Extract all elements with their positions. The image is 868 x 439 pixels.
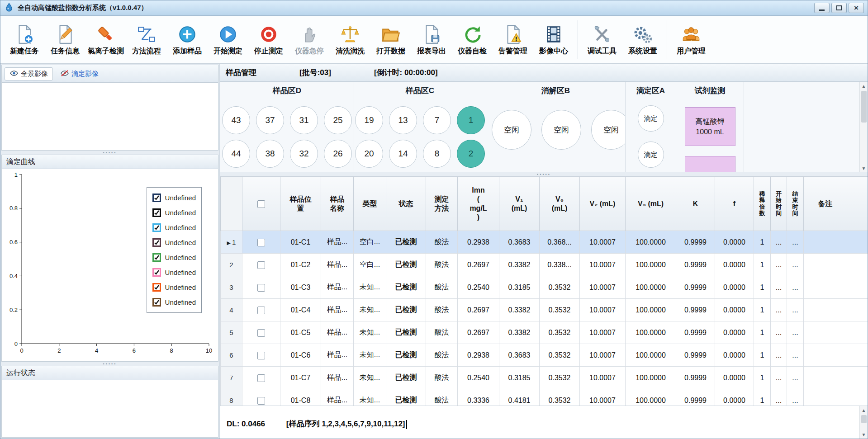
sample-position-43[interactable]: 43: [222, 106, 250, 134]
column-header-pos[interactable]: 样品位 置: [280, 177, 321, 231]
sample-position-14[interactable]: 14: [389, 140, 417, 168]
dl-text-area[interactable]: DL: 0.0466 [样品序列 1,2,3,4,5,6,7,9,10,11,1…: [220, 406, 859, 439]
sample-position-32[interactable]: 32: [290, 140, 318, 168]
column-header-k[interactable]: K: [676, 177, 715, 231]
row-indicator[interactable]: 3: [221, 276, 242, 299]
digestion-slot[interactable]: 空闲: [591, 110, 626, 150]
column-header-imn[interactable]: Imn ( mg/L ): [458, 177, 499, 231]
row-indicator[interactable]: 8: [221, 389, 242, 406]
scroll-down-button[interactable]: ▼: [860, 164, 868, 172]
table-row[interactable]: ▶101-C1样品...空白...已检测酸法0.29380.36830.368.…: [221, 231, 868, 254]
app-icon[interactable]: [4, 2, 14, 14]
legend-checkbox[interactable]: [152, 298, 161, 307]
reagent-box[interactable]: 高锰酸钾1000 mL: [685, 107, 735, 146]
legend-checkbox[interactable]: [152, 268, 161, 277]
minimize-button[interactable]: [814, 3, 830, 13]
legend-checkbox[interactable]: [152, 283, 161, 292]
row-checkbox[interactable]: [257, 374, 265, 382]
table-row[interactable]: 401-C4样品...未知...已检测酸法0.26970.33820.35321…: [221, 299, 868, 321]
toolbar-button-clean-rinse[interactable]: 清洗润洗: [330, 19, 370, 61]
row-checkbox[interactable]: [257, 397, 265, 405]
digestion-slot[interactable]: 空闲: [492, 110, 531, 150]
tab-panorama-image[interactable]: 全景影像: [5, 67, 53, 80]
legend-checkbox[interactable]: [152, 208, 161, 217]
column-header-type[interactable]: 类型: [354, 177, 386, 231]
row-indicator[interactable]: 4: [221, 299, 242, 321]
legend-checkbox[interactable]: [152, 223, 161, 232]
column-header-v0[interactable]: V₀ (mL): [540, 177, 580, 231]
digestion-slot[interactable]: 空闲: [541, 110, 581, 150]
toolbar-button-start-measure[interactable]: 开始测定: [208, 19, 248, 61]
scrollbar-thumb[interactable]: [861, 415, 867, 423]
select-all-header[interactable]: [242, 177, 280, 231]
sample-position-31[interactable]: 31: [290, 106, 318, 134]
sample-position-7[interactable]: 7: [423, 106, 451, 134]
table-row[interactable]: 801-C8样品...未知...已检测酸法0.33360.41810.35321…: [221, 389, 868, 406]
sample-position-2[interactable]: 2: [457, 140, 485, 168]
toolbar-button-new-task[interactable]: 新建任务: [4, 19, 45, 61]
toolbar-button-self-check[interactable]: 仪器自检: [452, 19, 493, 61]
row-indicator[interactable]: 7: [221, 367, 242, 389]
row-indicator[interactable]: 5: [221, 321, 242, 344]
scroll-up-button[interactable]: ▲: [860, 82, 868, 90]
toolbar-button-stop-measure[interactable]: 停止测定: [248, 19, 289, 61]
column-header-status[interactable]: 状态: [386, 177, 426, 231]
sample-position-8[interactable]: 8: [423, 140, 451, 168]
column-header-dilution[interactable]: 稀 释 倍 数: [754, 177, 771, 231]
sample-position-38[interactable]: 38: [256, 140, 284, 168]
column-header-method[interactable]: 测定 方法: [426, 177, 458, 231]
titration-slot[interactable]: 滴定: [638, 142, 664, 168]
toolbar-button-debug-tools[interactable]: 调试工具: [582, 19, 622, 61]
table-row[interactable]: 201-C2样品...空白...已检测酸法0.26970.33820.338..…: [221, 254, 868, 276]
row-checkbox[interactable]: [257, 284, 265, 292]
select-all-checkbox[interactable]: [257, 200, 265, 208]
sample-position-25[interactable]: 25: [324, 106, 352, 134]
toolbar-button-add-sample[interactable]: 添加样品: [167, 19, 208, 61]
scroll-up-button[interactable]: ▲: [860, 406, 868, 414]
column-header-v2[interactable]: V₂ (mL): [580, 177, 626, 231]
sample-position-20[interactable]: 20: [355, 140, 383, 168]
toolbar-button-chloride-detect[interactable]: 氯离子检测: [85, 19, 126, 61]
corner-header[interactable]: [221, 177, 242, 231]
toolbar-button-task-info[interactable]: 任务信息: [45, 19, 85, 61]
sample-position-19[interactable]: 19: [355, 106, 383, 134]
tab-titration-image[interactable]: 滴定影像: [56, 68, 103, 80]
row-indicator[interactable]: ▶1: [221, 231, 242, 254]
column-header-end_time[interactable]: 结 束 时 间: [787, 177, 804, 231]
sample-position-13[interactable]: 13: [389, 106, 417, 134]
scrollbar-thumb[interactable]: [861, 91, 867, 123]
sample-position-26[interactable]: 26: [324, 140, 352, 168]
horizontal-splitter[interactable]: •••••: [1, 151, 218, 155]
zones-scrollbar[interactable]: ▲ ▼: [859, 82, 868, 172]
toolbar-button-open-data[interactable]: 打开数据: [370, 19, 411, 61]
toolbar-button-video-center[interactable]: 影像中心: [533, 19, 574, 61]
sample-position-1[interactable]: 1: [457, 106, 485, 134]
table-row[interactable]: 701-C7样品...未知...已检测酸法0.25400.31850.35321…: [221, 367, 868, 389]
column-header-start_time[interactable]: 开 始 时 间: [771, 177, 787, 231]
row-checkbox[interactable]: [257, 239, 265, 246]
legend-checkbox[interactable]: [152, 238, 161, 247]
horizontal-splitter[interactable]: •••••: [220, 172, 868, 176]
row-checkbox[interactable]: [257, 329, 265, 337]
row-checkbox[interactable]: [257, 307, 265, 314]
row-indicator[interactable]: 2: [221, 254, 242, 276]
close-button[interactable]: ×: [849, 3, 864, 13]
toolbar-button-alarm-mgmt[interactable]: 告警管理: [493, 19, 533, 61]
row-checkbox[interactable]: [257, 352, 265, 359]
row-checkbox[interactable]: [257, 261, 265, 269]
table-row[interactable]: 501-C5样品...未知...已检测酸法0.26970.33820.35321…: [221, 321, 868, 344]
scroll-down-button[interactable]: ▼: [860, 430, 868, 439]
table-row[interactable]: 601-C6样品...未知...已检测酸法0.29380.36830.35321…: [221, 344, 868, 367]
table-row[interactable]: 301-C3样品...未知...已检测酸法0.25400.31850.35321…: [221, 276, 868, 299]
toolbar-button-report-export[interactable]: 报表导出: [411, 19, 452, 61]
column-header-remark[interactable]: 备注: [804, 177, 847, 231]
bottom-scrollbar[interactable]: ▲ ▼: [859, 406, 868, 439]
legend-checkbox[interactable]: [152, 253, 161, 262]
column-header-v3[interactable]: V₃ (mL): [626, 177, 676, 231]
legend-checkbox[interactable]: [152, 194, 161, 202]
sample-position-44[interactable]: 44: [222, 140, 250, 168]
titration-slot[interactable]: 滴定: [638, 105, 664, 132]
restore-button[interactable]: [831, 3, 847, 13]
toolbar-button-sys-settings[interactable]: 系统设置: [622, 19, 663, 61]
column-header-v1[interactable]: V₁ (mL): [499, 177, 540, 231]
